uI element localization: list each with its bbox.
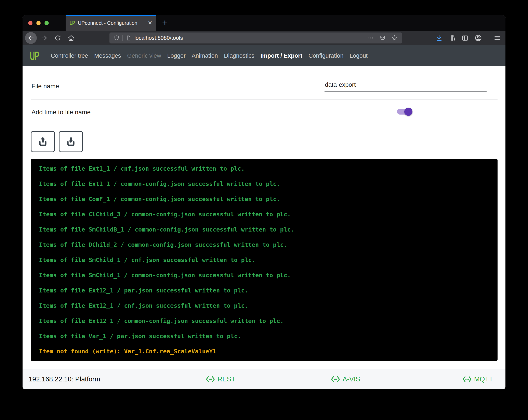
status-footer: 192.168.22.10: Platform REST (23, 369, 505, 389)
reload-button[interactable] (52, 32, 64, 44)
pocket-icon[interactable] (379, 35, 386, 41)
file-name-input[interactable] (324, 81, 487, 92)
toggle-thumb (404, 108, 412, 116)
page-icon[interactable] (125, 35, 132, 41)
toolbar-right-actions (435, 34, 505, 42)
connection-label: A-VIS (343, 375, 360, 383)
export-download-button[interactable] (59, 131, 83, 152)
zoom-window-button[interactable] (45, 21, 49, 25)
minimize-window-button[interactable] (36, 21, 41, 25)
log-line: Items of file Ext12_1 / cnf.json success… (39, 298, 498, 313)
row-divider (31, 99, 498, 100)
file-name-label: File name (32, 83, 59, 90)
home-button[interactable] (65, 32, 77, 44)
add-time-label: Add time to file name (32, 109, 91, 116)
new-tab-button[interactable]: + (162, 18, 168, 28)
connection-status: MQTT (462, 375, 493, 383)
nav-item[interactable]: Diagnostics (221, 52, 257, 59)
url-text[interactable]: localhost:8080/tools (134, 35, 183, 41)
import-upload-button[interactable] (31, 131, 55, 152)
browser-tab-bar: UP UPconnect - Configuration ✕ + (23, 15, 505, 31)
back-arrow-icon (27, 34, 35, 42)
log-line: Items of file Ext1_1 / common-config.jso… (39, 176, 498, 192)
bookmark-star-icon[interactable] (391, 35, 398, 41)
urlbar-separator (122, 35, 123, 41)
log-output: Items of file Ext1_1 / cnf.json successf… (31, 159, 498, 361)
log-line: Items of file ClChild_3 / common-config.… (39, 207, 498, 222)
file-name-field-wrap (324, 81, 487, 92)
home-icon (67, 34, 75, 42)
log-line: Items of file Ext12_1 / par.json success… (39, 283, 498, 298)
app-logo[interactable]: UP (30, 48, 36, 63)
downloads-icon[interactable] (435, 34, 443, 42)
sidebar-icon[interactable] (461, 34, 469, 42)
tab-title: UPconnect - Configuration (78, 20, 137, 26)
connection-icon (331, 376, 340, 383)
nav-item[interactable]: Generic view (124, 52, 164, 59)
connection-status: REST (206, 375, 235, 383)
connection-status: A-VIS (331, 375, 360, 383)
upload-icon (37, 136, 49, 147)
forward-button[interactable] (38, 32, 50, 44)
nav-item[interactable]: Logout (347, 52, 371, 59)
account-icon[interactable] (474, 34, 482, 42)
menu-hamburger-icon[interactable] (494, 34, 501, 42)
toolbar-separator (488, 34, 488, 42)
log-line: Items of file SmChildB_1 / common-config… (39, 222, 498, 237)
log-line: Items of file Ext12_1 / common-config.js… (39, 313, 498, 329)
tab-close-icon[interactable]: ✕ (148, 20, 152, 26)
tab-favicon-icon: UP (70, 19, 74, 27)
log-line: Items of file DChild_2 / common-config.j… (39, 237, 498, 252)
nav-item[interactable]: Import / Export (257, 52, 305, 59)
connection-icon (462, 376, 472, 383)
close-window-button[interactable] (28, 21, 33, 25)
traffic-lights (23, 15, 49, 31)
log-line: Items of file Ext1_1 / cnf.json successf… (39, 161, 498, 176)
log-line: Items of file Var_1 / par.json successfu… (39, 329, 498, 344)
log-line: Items of file SmChild_1 / common-config.… (39, 268, 498, 283)
back-button[interactable] (25, 32, 37, 44)
browser-window: UP UPconnect - Configuration ✕ + localho… (23, 15, 505, 389)
row-divider (31, 125, 498, 125)
log-line: Items of file ComF_1 / common-config.jso… (39, 192, 498, 207)
host-platform-label: 192.168.22.10: Platform (29, 375, 100, 383)
tracking-shield-icon[interactable] (114, 35, 120, 41)
reload-icon (54, 35, 61, 41)
browser-toolbar: localhost:8080/tools (23, 31, 505, 45)
forward-arrow-icon (41, 34, 48, 42)
nav-menu: Controller treeMessagesGeneric viewLogge… (48, 52, 371, 59)
import-export-buttons (31, 131, 83, 152)
browser-tab[interactable]: UP UPconnect - Configuration ✕ (66, 15, 156, 31)
urlbar-actions (368, 35, 398, 41)
connection-label: MQTT (474, 375, 493, 383)
more-dots-icon[interactable] (368, 35, 374, 41)
nav-item[interactable]: Controller tree (48, 52, 91, 59)
log-line: Items of file SmChild_1 / cnf.json succe… (39, 252, 498, 268)
url-bar[interactable]: localhost:8080/tools (109, 33, 402, 43)
nav-item[interactable]: Configuration (305, 52, 347, 59)
import-export-page: File name Add time to file name (23, 66, 505, 369)
log-line: Item not found (write): Var_1.Cnf.rea_Sc… (39, 344, 498, 359)
connection-icon (206, 376, 215, 383)
nav-item[interactable]: Animation (189, 52, 221, 59)
connection-label: REST (217, 375, 235, 383)
nav-item[interactable]: Logger (164, 52, 189, 59)
library-icon[interactable] (448, 34, 456, 42)
nav-item[interactable]: Messages (91, 52, 124, 59)
download-icon (65, 136, 77, 147)
app-navbar: UP Controller treeMessagesGeneric viewLo… (23, 45, 505, 66)
add-time-toggle[interactable] (397, 108, 412, 116)
